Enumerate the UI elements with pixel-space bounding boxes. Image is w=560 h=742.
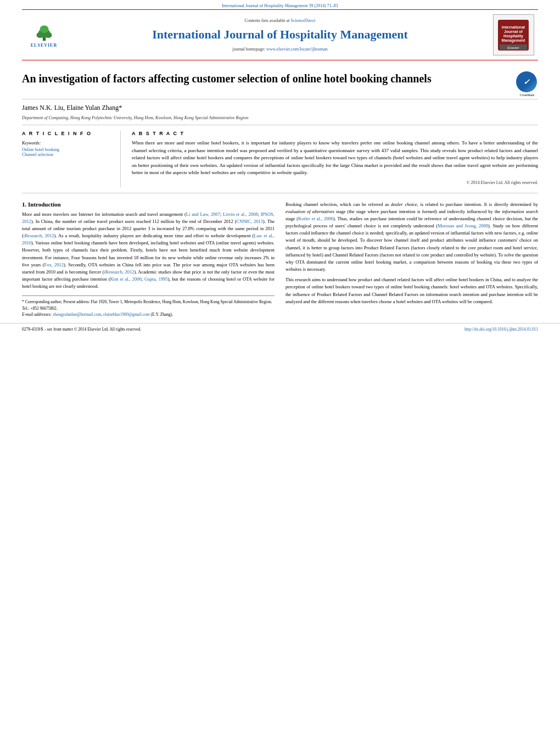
ref-morosan-2008[interactable]: Morosan and Jeong, 2008: [438, 223, 488, 228]
issn-text: 0278-4319/$ – see front matter © 2014 El…: [22, 327, 141, 332]
journal-reference-bar: International Journal of Hospitality Man…: [0, 0, 560, 9]
page-bottom: 0278-4319/$ – see front matter © 2014 El…: [0, 323, 560, 336]
contents-available-text: Contents lists available at ScienceDirec…: [245, 18, 316, 23]
abstract-label: A B S T R A C T: [132, 131, 538, 136]
term-info-search: information search: [502, 209, 538, 214]
copyright-line: © 2014 Elsevier Ltd. All rights reserved…: [132, 177, 538, 187]
keywords-label: Keywords:: [22, 141, 112, 146]
authors-text: James N.K. Liu, Elaine Yulan Zhang*: [22, 104, 122, 111]
journal-homepage-line: journal homepage: www.elsevier.com/locat…: [232, 47, 328, 52]
email-label: E-mail addresses:: [22, 312, 52, 317]
body-left-column: 1. Introduction More and more travelers …: [22, 201, 275, 318]
svg-text:Elsevier: Elsevier: [507, 46, 519, 49]
ref-li-law[interactable]: Li and Law, 2007: [186, 211, 220, 217]
hospitality-badge-icon: International Journal of Hospitality Man…: [497, 19, 530, 52]
crossmark-label: CrossMark: [516, 93, 538, 97]
term-dealer-choice: dealer choice: [391, 202, 417, 207]
journal-header: ELSEVIER Contents lists available at Sci…: [22, 9, 538, 60]
section1-right-para1: Booking channel selection, which can be …: [285, 201, 538, 274]
issn-line: 0278-4319/$ – see front matter © 2014 El…: [22, 327, 141, 332]
authors-line: James N.K. Liu, Elaine Yulan Zhang*: [22, 99, 538, 114]
elsevier-tree-icon: [32, 23, 57, 42]
ref-iresearch-2012[interactable]: iResearch, 2012: [24, 233, 54, 238]
hospitality-logo-badge: International Journal of Hospitality Man…: [493, 14, 534, 55]
journal-title: International Journal of Hospitality Man…: [152, 27, 408, 42]
homepage-link[interactable]: www.elsevier.com/locate/ijhosman: [266, 47, 328, 52]
email2-link[interactable]: elaineblue1900@gmail.com: [103, 312, 150, 317]
doi-line: http://dx.doi.org/10.1016/j.ijhm.2014.01…: [464, 327, 538, 332]
section1-right-para2: This research aims to understand how pro…: [285, 276, 538, 305]
ref-kim-2006[interactable]: Kim et al., 2006: [110, 276, 141, 282]
section1-para1: More and more travelers use Internet for…: [22, 211, 275, 291]
footnote-area: * Corresponding author; Present address:…: [22, 295, 275, 317]
elsevier-wordmark: ELSEVIER: [31, 43, 57, 48]
keyword-2: Channel selection: [22, 152, 112, 157]
ref-gupta-1995[interactable]: Gupta, 1995: [144, 276, 168, 282]
section1-heading: 1. Introduction: [22, 201, 275, 208]
main-content: An investigation of factors affecting cu…: [22, 60, 538, 317]
article-info-abstract-section: A R T I C L E I N F O Keywords: Online h…: [22, 125, 538, 193]
crossmark-icon: ✓: [516, 71, 537, 92]
svg-point-4: [40, 25, 48, 33]
email1-link[interactable]: zhangyulanlan@hotmail.com: [53, 312, 101, 317]
ref-fox-2012[interactable]: Fox, 2012: [44, 262, 64, 267]
journal-ref-text: International Journal of Hospitality Man…: [222, 3, 338, 8]
page: International Journal of Hospitality Man…: [0, 0, 560, 742]
crossmark-badge: ✓ CrossMark: [516, 71, 538, 93]
ref-litvin[interactable]: Litvin et al., 2008: [223, 211, 257, 217]
body-right-column: Booking channel selection, which can be …: [285, 201, 538, 318]
affiliation-text: Department of Computing, Hong Kong Polyt…: [22, 114, 538, 125]
term-eval-alt: evaluation of alternatives: [285, 209, 334, 214]
svg-text:Hospitality: Hospitality: [503, 34, 523, 38]
keyword-1: Online hotel booking: [22, 147, 112, 152]
article-info-label: A R T I C L E I N F O: [22, 131, 112, 136]
sciencedirect-link[interactable]: ScienceDirect: [291, 18, 316, 23]
ref-law-2010[interactable]: Law et al., 2010: [22, 233, 275, 246]
ref-kotler-2006[interactable]: Kotler et al., 2006: [298, 216, 333, 221]
doi-link[interactable]: http://dx.doi.org/10.1016/j.ijhm.2014.01…: [464, 327, 538, 332]
svg-text:International: International: [502, 25, 525, 29]
journal-title-container: Contents lists available at ScienceDirec…: [71, 14, 489, 55]
abstract-text: When there are more and more online hote…: [132, 140, 538, 177]
elsevier-logo: ELSEVIER: [25, 20, 63, 50]
hospitality-badge-container: International Journal of Hospitality Man…: [489, 14, 538, 55]
body-content: 1. Introduction More and more travelers …: [22, 193, 538, 318]
footnote-corresponding-author: * Corresponding author; Present address:…: [22, 299, 275, 317]
ref-iresearch-2012b[interactable]: iResearch, 2012: [104, 269, 134, 275]
svg-text:Management: Management: [502, 38, 525, 43]
article-info-column: A R T I C L E I N F O Keywords: Online h…: [22, 131, 121, 187]
article-title-section: An investigation of factors affecting cu…: [22, 60, 538, 99]
ref-cnnic[interactable]: CNNIC, 2013: [237, 219, 263, 224]
svg-point-2: [36, 32, 43, 38]
abstract-column: A B S T R A C T When there are more and …: [132, 131, 538, 187]
elsevier-logo-container: ELSEVIER: [22, 14, 71, 55]
svg-point-3: [45, 32, 52, 38]
article-title: An investigation of factors affecting cu…: [22, 71, 516, 86]
svg-text:Journal of: Journal of: [504, 30, 523, 34]
